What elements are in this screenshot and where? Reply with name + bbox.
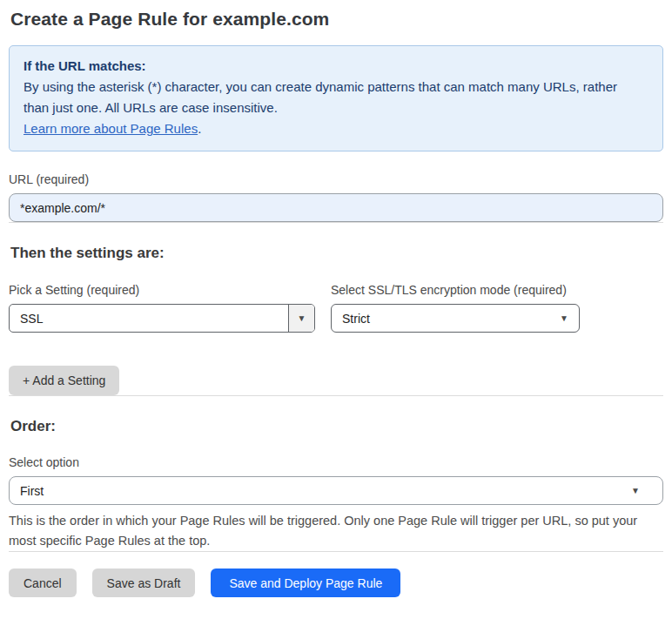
settings-row: Pick a Setting (required) SSL ▼ Select S… [9, 283, 663, 333]
ssl-mode-field: Select SSL/TLS encryption mode (required… [331, 283, 580, 333]
chevron-down-icon: ▼ [631, 487, 640, 495]
link-suffix: . [198, 121, 201, 136]
url-match-info-box: If the URL matches: By using the asteris… [9, 45, 663, 151]
order-help-text: This is the order in which your Page Rul… [9, 511, 653, 551]
divider [9, 395, 663, 396]
learn-more-link[interactable]: Learn more about Page Rules [24, 121, 198, 136]
order-section-heading: Order: [10, 418, 663, 435]
add-setting-button[interactable]: + Add a Setting [9, 366, 119, 395]
chevron-down-icon: ▼ [298, 314, 306, 323]
page-rule-form: Create a Page Rule for example.com If th… [0, 0, 672, 597]
url-input[interactable] [9, 193, 663, 222]
ssl-mode-value: Strict [332, 312, 560, 326]
cancel-button[interactable]: Cancel [9, 569, 77, 597]
order-field: Select option First ▼ This is the order … [9, 455, 663, 551]
order-select-label: Select option [9, 455, 663, 469]
setting-picker-select[interactable]: SSL ▼ [9, 304, 315, 333]
save-draft-button[interactable]: Save as Draft [92, 569, 196, 597]
info-box-heading: If the URL matches: [24, 56, 648, 77]
info-box-link-line: Learn more about Page Rules. [24, 118, 648, 139]
ssl-mode-label: Select SSL/TLS encryption mode (required… [331, 283, 580, 297]
order-select[interactable]: First ▼ [9, 476, 663, 505]
divider [9, 551, 663, 552]
setting-picker-field: Pick a Setting (required) SSL ▼ [9, 283, 315, 333]
url-field-label: URL (required) [9, 172, 663, 186]
setting-picker-label: Pick a Setting (required) [9, 283, 315, 297]
page-title: Create a Page Rule for example.com [10, 9, 663, 30]
divider [9, 222, 663, 223]
setting-picker-value: SSL [10, 312, 288, 326]
settings-section-heading: Then the settings are: [10, 245, 663, 262]
info-box-body: By using the asterisk (*) character, you… [24, 77, 633, 118]
chevron-down-icon: ▼ [560, 314, 568, 323]
save-deploy-button[interactable]: Save and Deploy Page Rule [211, 569, 400, 597]
ssl-mode-select[interactable]: Strict ▼ [331, 304, 580, 333]
form-actions: Cancel Save as Draft Save and Deploy Pag… [9, 569, 663, 597]
setting-picker-arrow-section[interactable]: ▼ [288, 305, 314, 332]
order-select-value: First [20, 484, 44, 498]
